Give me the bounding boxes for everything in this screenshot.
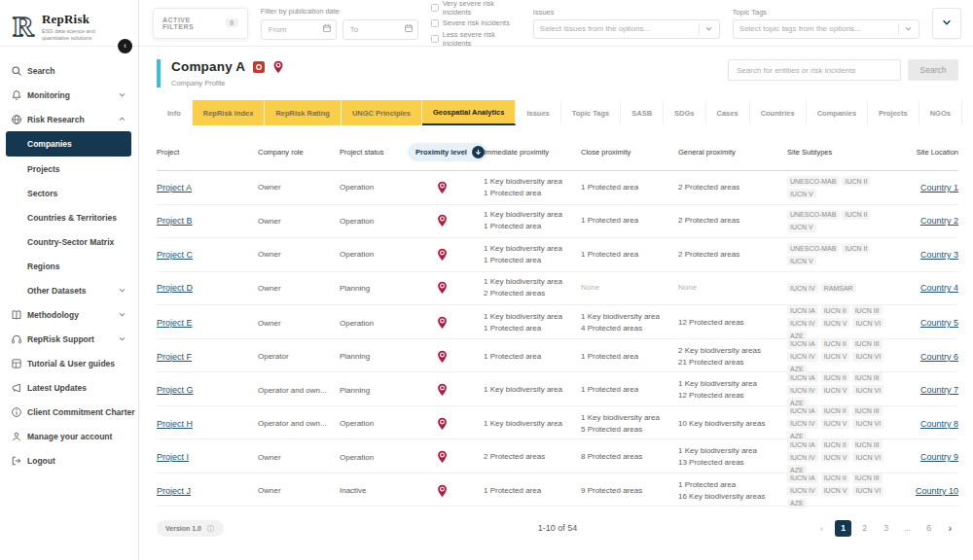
book-icon: [11, 309, 22, 321]
sidebar-item-methodology[interactable]: Methodology: [0, 302, 138, 327]
country-link[interactable]: Country 6: [920, 352, 958, 362]
topic-tags-select[interactable]: Select topic tags from the options...: [733, 19, 919, 39]
sidebar-item-logout[interactable]: Logout: [0, 448, 138, 472]
sidebar-collapse-button[interactable]: ‹: [118, 39, 132, 53]
severity-option-very-severe-risk-incidents[interactable]: Very severe risk incidents: [431, 0, 521, 17]
severity-option-less-severe-risk-incidents[interactable]: Less severe risk incidents: [431, 30, 521, 48]
proximity-level-pill: Proximity level: [408, 143, 487, 161]
company-role-cell: Owner: [258, 486, 340, 495]
sidebar-item-regions[interactable]: Regions: [0, 254, 138, 278]
project-link[interactable]: Project I: [157, 452, 189, 462]
country-link[interactable]: Country 5: [920, 318, 958, 328]
general-proximity-cell-line: 2 Protected areas: [678, 182, 779, 193]
project-status-cell: Operation: [340, 183, 408, 192]
project-link[interactable]: Project A: [157, 183, 192, 192]
project-link[interactable]: Project C: [157, 250, 193, 260]
proximity-sort-button[interactable]: [472, 146, 485, 158]
tab-sdgs[interactable]: SDGs: [664, 100, 705, 125]
sidebar-item-tutorial-user-guides[interactable]: Tutorial & User guides: [0, 351, 138, 375]
country-link[interactable]: Country 10: [916, 486, 958, 496]
project-status-cell: Inactive: [340, 486, 408, 495]
sidebar-item-companies[interactable]: Companies: [6, 131, 131, 157]
collapse-filter-bar-button[interactable]: [932, 8, 961, 39]
country-link[interactable]: Country 1: [920, 183, 958, 192]
sidebar-item-search[interactable]: Search: [0, 58, 138, 83]
issues-select[interactable]: Select issues from the options...: [533, 19, 720, 39]
entity-search-input[interactable]: [728, 59, 901, 81]
sidebar-item-reprisk-support[interactable]: RepRisk Support: [0, 327, 138, 351]
checkbox[interactable]: [431, 19, 439, 27]
general-proximity-cell-line: 13 Protected areas: [678, 457, 779, 469]
immediate-proximity-cell: 1 Key biodiversity area1 Protected area: [484, 176, 581, 199]
sidebar-item-label: Manage your account: [27, 432, 112, 441]
project-link[interactable]: Project G: [157, 385, 194, 395]
project-link[interactable]: Project J: [157, 486, 191, 496]
checkbox[interactable]: [431, 35, 439, 43]
page-button-6[interactable]: 6: [920, 520, 937, 537]
tab-projects[interactable]: Projects: [868, 100, 919, 125]
projects-table: ProjectCompany roleProject statusProximi…: [157, 137, 958, 507]
next-page-button[interactable]: ›: [942, 520, 958, 537]
sidebar-item-label: Countries & Territories: [27, 213, 117, 223]
close-proximity-cell-line: 8 Protected areas: [581, 451, 670, 463]
version-badge: Version 1.0: [157, 520, 224, 537]
project-link[interactable]: Project H: [157, 419, 193, 429]
sidebar-item-sectors[interactable]: Sectors: [0, 181, 138, 205]
country-link[interactable]: Country 8: [920, 419, 958, 429]
map-pin-icon: [437, 450, 448, 464]
checkbox[interactable]: [431, 4, 439, 12]
sidebar-item-client-commitment-charter[interactable]: Client Commitment Charter: [0, 400, 138, 424]
country-link[interactable]: Country 7: [920, 385, 958, 395]
sidebar-item-projects[interactable]: Projects: [0, 157, 138, 181]
country-link[interactable]: Country 9: [920, 452, 958, 462]
severity-option-severe-risk-incidents[interactable]: Severe risk incidents: [431, 18, 521, 27]
tab-campaigns[interactable]: Campaigns: [962, 100, 973, 125]
issues-label: Issues: [533, 8, 720, 17]
sidebar-nav: SearchMonitoringRisk ResearchCompaniesPr…: [0, 47, 138, 472]
tab-cases[interactable]: Cases: [706, 100, 750, 125]
project-link[interactable]: Project B: [157, 216, 193, 226]
tab-ungc-principles[interactable]: UNGC Principles: [342, 100, 422, 125]
page-button-2[interactable]: 2: [856, 520, 873, 537]
tab-reprisk-index[interactable]: RepRisk Index: [193, 100, 266, 125]
previous-page-button[interactable]: ‹: [813, 520, 830, 537]
page-button-1[interactable]: 1: [835, 520, 851, 537]
project-link[interactable]: Project E: [157, 318, 193, 328]
active-filters-button[interactable]: ACTIVE FILTERS 0: [153, 8, 248, 39]
sidebar-item-risk-research[interactable]: Risk Research: [0, 107, 138, 131]
map-pin-icon: [437, 484, 448, 498]
country-link[interactable]: Country 4: [920, 283, 958, 293]
project-status-cell: Operation: [340, 453, 408, 462]
sidebar-item-manage-your-account[interactable]: Manage your account: [0, 424, 138, 448]
general-proximity-cell-line: 1 Protected area: [678, 479, 779, 491]
tab-info[interactable]: Info: [157, 100, 193, 125]
search-button[interactable]: Search: [908, 59, 958, 81]
tab-topic-tags[interactable]: Topic Tags: [561, 100, 621, 125]
country-link[interactable]: Country 3: [920, 250, 958, 260]
info-icon[interactable]: [206, 524, 215, 533]
tab-issues[interactable]: Issues: [516, 100, 560, 125]
page-button-3[interactable]: 3: [878, 520, 894, 537]
immediate-proximity-cell-line: 1 Key biodiversity area: [484, 418, 573, 430]
tab-sasb[interactable]: SASB: [621, 100, 664, 125]
sidebar-item-latest-updates[interactable]: Latest Updates: [0, 375, 138, 400]
chevron-down-icon: [118, 90, 126, 99]
tab-geospatial-analytics[interactable]: Geospatial Analytics: [422, 100, 517, 125]
site-subtypes-cell: IUCN IAIUCN IIIUCN IIIIUCN IVIUCN VIUCN …: [787, 339, 906, 374]
tab-companies[interactable]: Companies: [807, 100, 868, 125]
megaphone-icon: [11, 382, 22, 394]
project-link[interactable]: Project F: [157, 352, 192, 362]
immediate-proximity-cell: 1 Key biodiversity area: [484, 384, 581, 396]
sidebar-item-monitoring[interactable]: Monitoring: [0, 83, 138, 107]
tab-reprisk-rating[interactable]: RepRisk Rating: [265, 100, 341, 125]
country-link[interactable]: Country 2: [920, 216, 958, 226]
tab-ngos[interactable]: NGOs: [919, 100, 962, 125]
site-subtype-tag: IUCN V: [821, 419, 850, 429]
tab-countries[interactable]: Countries: [750, 100, 807, 125]
project-link[interactable]: Project D: [157, 283, 193, 293]
table-row: Project COwnerOperation1 Key biodiversit…: [157, 238, 958, 272]
sidebar-item-country-sector-matrix[interactable]: Country-Sector Matrix: [0, 229, 138, 254]
company-role-cell: Operator and own...: [258, 386, 340, 395]
sidebar-item-other-datasets[interactable]: Other Datasets: [0, 278, 138, 302]
sidebar-item-countries-territories[interactable]: Countries & Territories: [0, 205, 138, 229]
